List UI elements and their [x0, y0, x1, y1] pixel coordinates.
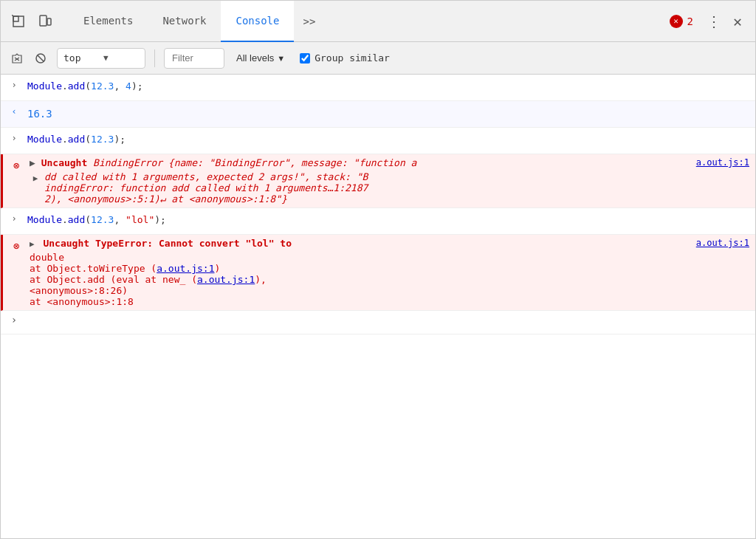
console-row-output-1: ‹ 16.3 [1, 101, 755, 128]
input-arrow-3: › [1, 211, 27, 224]
error-message-1: ▶ Uncaught BindingError {name: "BindingE… [30, 157, 687, 168]
levels-dropdown-icon: ▼ [277, 54, 285, 63]
console-row-input-1: › Module.add(12.3, 4); [1, 75, 755, 101]
tab-console[interactable]: Console [221, 1, 294, 42]
error-expand-triangle-1[interactable]: ▶ [30, 157, 35, 168]
console-row-input-2: › Module.add(12.3); [1, 128, 755, 154]
input-arrow-2: › [1, 131, 27, 143]
tab-elements[interactable]: Elements [69, 1, 148, 42]
devtools-icons [7, 10, 57, 33]
error-detail-1: ▶ dd called with 1 arguments, expected 2… [3, 171, 368, 205]
block-button[interactable] [30, 48, 51, 69]
error-x-icon: ✕ [670, 15, 683, 28]
context-label: top [63, 52, 99, 63]
input-arrow-1: › [1, 78, 27, 90]
inspect-element-button[interactable] [7, 10, 30, 33]
error-expand-triangle-2[interactable]: ▶ [30, 239, 35, 249]
svg-marker-5 [13, 54, 21, 63]
console-prompt-input[interactable] [27, 314, 749, 325]
context-dropdown-icon: ▼ [103, 53, 139, 63]
error-message-2: ▶ Uncaught TypeError: Cannot convert "lo… [30, 238, 687, 249]
error-icon-1: ⊗ [3, 157, 30, 171]
tab-more[interactable]: >> [294, 1, 324, 42]
tab-bar: Elements Network Console >> ✕ 2 ⋮ ✕ [1, 1, 755, 42]
input-content-3: Module.add(12.3, "lol"); [27, 211, 749, 230]
console-toolbar: top ▼ All levels ▼ Group similar [1, 42, 755, 75]
svg-rect-4 [47, 18, 51, 25]
console-row-input-3: › Module.add(12.3, "lol"); [1, 208, 755, 235]
output-arrow-1: ‹ [1, 104, 27, 117]
clear-console-button[interactable] [7, 48, 27, 69]
console-row-error-1: ⊗ ▶ Uncaught BindingError {name: "Bindin… [1, 154, 755, 208]
close-devtools-button[interactable]: ✕ [726, 10, 749, 33]
svg-line-9 [38, 55, 44, 61]
levels-dropdown-button[interactable]: All levels ▼ [230, 48, 291, 69]
context-selector[interactable]: top ▼ [57, 48, 145, 69]
error-row-header-1: ⊗ ▶ Uncaught BindingError {name: "Bindin… [3, 157, 749, 171]
stack-link-1[interactable]: a.out.js:1 [157, 263, 214, 274]
tab-network[interactable]: Network [148, 1, 221, 42]
input-content-2: Module.add(12.3); [27, 131, 749, 149]
group-similar-checkbox[interactable] [300, 53, 310, 63]
console-row-error-2: ⊗ ▶ Uncaught TypeError: Cannot convert "… [1, 235, 755, 311]
group-similar-container[interactable]: Group similar [294, 51, 396, 65]
filter-input[interactable] [172, 52, 216, 63]
error-header-2: ⊗ ▶ Uncaught TypeError: Cannot convert "… [3, 238, 749, 252]
error-detail-triangle-1[interactable]: ▶ [30, 171, 44, 205]
filter-box[interactable] [164, 48, 224, 69]
error-badge[interactable]: ✕ 2 [670, 15, 693, 28]
output-content-1: 16.3 [27, 104, 749, 124]
group-similar-label: Group similar [315, 52, 390, 63]
console-body: › Module.add(12.3, 4); ‹ 16.3 › Module.a… [1, 75, 755, 539]
input-content-1: Module.add(12.3, 4); [27, 78, 749, 96]
prompt-icon: › [1, 314, 27, 326]
more-options-button[interactable]: ⋮ [702, 10, 726, 33]
error-link-1[interactable]: a.out.js:1 [696, 157, 749, 168]
console-prompt-row[interactable]: › [1, 311, 755, 334]
svg-rect-3 [40, 16, 47, 26]
levels-label: All levels [236, 52, 274, 63]
device-toolbar-button[interactable] [33, 10, 57, 33]
separator-1 [154, 49, 155, 67]
svg-line-2 [12, 15, 13, 16]
error-icon-2: ⊗ [3, 238, 30, 252]
error-stacktrace-2: double at Object.toWireType (a.out.js:1)… [3, 252, 267, 307]
error-link-2[interactable]: a.out.js:1 [696, 238, 749, 248]
stack-link-2[interactable]: a.out.js:1 [197, 274, 255, 285]
svg-rect-0 [13, 16, 18, 21]
